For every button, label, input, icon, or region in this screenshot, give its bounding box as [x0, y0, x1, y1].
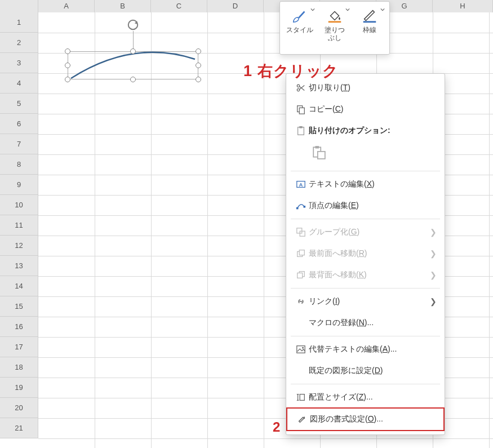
row-hdr[interactable]: 4 — [0, 73, 38, 94]
menu-format-shape[interactable]: 図形の書式設定(O)... — [286, 407, 445, 431]
menu-label: 頂点の編集(E) — [309, 201, 437, 211]
chevron-down-icon — [380, 7, 385, 12]
svg-point-0 — [128, 20, 138, 30]
fill-button[interactable]: 塗りつ ぶし — [317, 5, 352, 53]
menu-label: マクロの登録(N)... — [309, 318, 437, 328]
link-icon — [293, 296, 309, 307]
paintbrush-icon — [290, 6, 309, 25]
select-all-corner[interactable] — [0, 0, 38, 12]
group-icon — [293, 227, 309, 237]
row-hdr[interactable]: 20 — [0, 398, 38, 418]
text-box-icon: A — [293, 179, 309, 189]
handle-br[interactable] — [196, 77, 201, 82]
paste-option-button[interactable] — [309, 143, 329, 163]
menu-paste-header: 貼り付けのオプション: — [286, 120, 445, 141]
selected-shape[interactable] — [68, 51, 198, 79]
col-hdr-b[interactable]: B — [95, 0, 151, 12]
paste-options — [286, 141, 445, 168]
row-hdr[interactable]: 5 — [0, 94, 38, 114]
menu-size-position[interactable]: 配置とサイズ(Z)... — [286, 387, 445, 408]
menu-label: 貼り付けのオプション: — [309, 126, 437, 136]
handle-tr[interactable] — [196, 48, 201, 54]
row-hdr[interactable]: 18 — [0, 357, 38, 378]
menu-set-default-shape[interactable]: 既定の図形に設定(D) — [286, 360, 445, 382]
row-hdr[interactable]: 14 — [0, 276, 38, 296]
submenu-arrow-icon: ❯ — [430, 297, 437, 306]
handle-ml[interactable] — [65, 63, 70, 68]
row-hdr[interactable]: 1 — [0, 12, 38, 33]
menu-label: リンク(I) — [309, 296, 430, 307]
handle-mr[interactable] — [196, 63, 201, 68]
style-button[interactable]: スタイル — [282, 5, 317, 53]
row-hdr[interactable]: 17 — [0, 337, 38, 357]
handle-tm[interactable] — [130, 48, 136, 54]
svg-rect-21 — [297, 273, 303, 278]
copy-icon — [293, 104, 309, 114]
row-hdr[interactable]: 2 — [0, 33, 38, 53]
menu-separator — [291, 384, 440, 384]
handle-tl[interactable] — [65, 48, 70, 54]
handle-bl[interactable] — [65, 77, 70, 82]
send-back-icon — [293, 270, 309, 280]
svg-rect-16 — [297, 228, 302, 233]
format-shape-icon — [294, 414, 310, 424]
menu-separator — [291, 336, 440, 336]
menu-label: テキストの編集(X) — [309, 179, 437, 189]
row-hdr[interactable]: 15 — [0, 296, 38, 317]
row-hdr[interactable]: 19 — [0, 378, 38, 398]
row-hdr[interactable]: 11 — [0, 215, 38, 236]
row-hdr[interactable]: 13 — [0, 256, 38, 276]
menu-label: 既定の図形に設定(D) — [309, 366, 437, 376]
row-hdr[interactable]: 6 — [0, 114, 38, 134]
svg-rect-10 — [316, 146, 319, 148]
border-button[interactable]: 枠線 — [352, 5, 387, 53]
menu-label: 図形の書式設定(O)... — [310, 414, 436, 424]
menu-link[interactable]: リンク(I) ❯ — [286, 291, 445, 312]
menu-copy[interactable]: コピー(C) — [286, 99, 445, 120]
menu-alt-text[interactable]: 代替テキストの編集(A)... — [286, 339, 445, 360]
menu-label: コピー(C) — [309, 104, 437, 114]
annotation-2: 2 — [273, 419, 280, 435]
svg-rect-7 — [298, 127, 304, 135]
handle-bm[interactable] — [130, 77, 136, 82]
row-hdr[interactable]: 10 — [0, 195, 38, 215]
menu-separator — [291, 219, 440, 219]
row-hdr[interactable]: 9 — [0, 175, 38, 195]
col-hdr-c[interactable]: C — [151, 0, 207, 12]
arc-shape[interactable] — [68, 51, 198, 79]
column-headers: A B C D E F G H — [0, 0, 493, 12]
row-hdr[interactable]: 21 — [0, 418, 38, 438]
svg-rect-1 — [328, 21, 341, 23]
fill-label: 塗りつ ぶし — [325, 26, 345, 42]
chevron-down-icon — [345, 7, 350, 12]
mini-toolbar: スタイル 塗りつ ぶし — [279, 1, 390, 55]
annotation-1: 1 右クリック — [243, 61, 339, 81]
row-hdr[interactable]: 3 — [0, 53, 38, 73]
menu-send-back: 最背面へ移動(K) ❯ — [286, 264, 445, 286]
svg-rect-24 — [300, 394, 304, 401]
rotation-handle-icon[interactable] — [127, 19, 139, 31]
menu-group: グループ化(G) ❯ — [286, 221, 445, 243]
menu-edit-points[interactable]: 頂点の編集(E) — [286, 195, 445, 216]
row-hdr[interactable]: 7 — [0, 134, 38, 154]
row-hdr[interactable]: 8 — [0, 154, 38, 175]
row-hdr[interactable]: 12 — [0, 236, 38, 256]
svg-point-3 — [297, 88, 299, 91]
svg-point-23 — [302, 347, 304, 349]
menu-assign-macro[interactable]: マクロの登録(N)... — [286, 312, 445, 334]
col-hdr-a[interactable]: A — [38, 0, 95, 12]
col-hdr-h[interactable]: H — [433, 0, 493, 12]
svg-rect-19 — [299, 250, 304, 255]
menu-label: 代替テキストの編集(A)... — [309, 344, 437, 354]
chevron-down-icon — [310, 7, 315, 12]
svg-rect-14 — [296, 207, 299, 210]
menu-label: 切り取り(T) — [309, 83, 437, 93]
context-menu: 切り取り(T) コピー(C) 貼り付けのオプション: — [286, 73, 445, 435]
menu-edit-text[interactable]: A テキストの編集(X) — [286, 174, 445, 195]
row-hdr[interactable]: 16 — [0, 317, 38, 337]
menu-label: 配置とサイズ(Z)... — [309, 392, 437, 402]
menu-label: 最前面へ移動(R) — [309, 249, 430, 259]
col-hdr-d[interactable]: D — [207, 0, 264, 12]
clipboard-icon — [293, 126, 309, 136]
menu-separator — [291, 171, 440, 171]
